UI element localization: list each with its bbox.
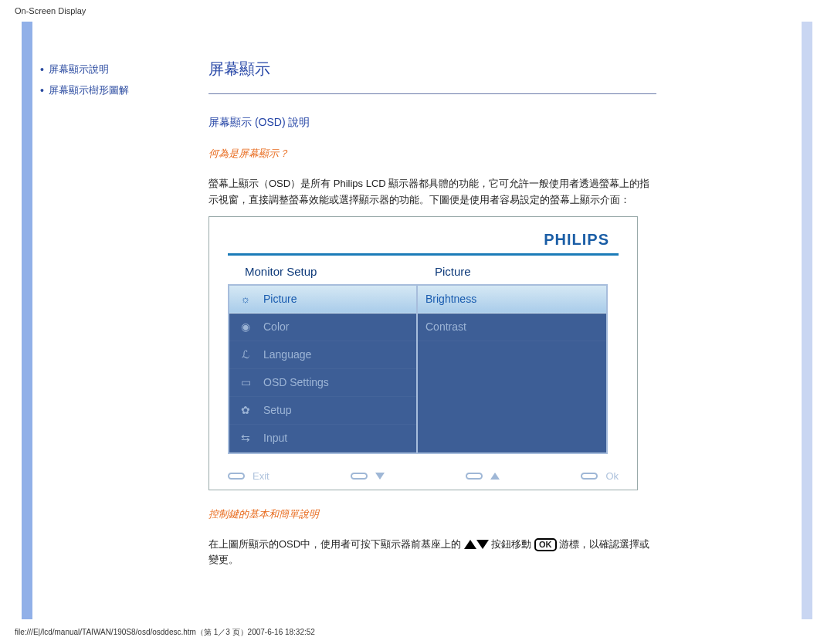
osd-item-label: Color — [263, 320, 289, 333]
osd-item-language[interactable]: ℒ Language — [229, 341, 416, 369]
osd-item-label: Language — [263, 348, 311, 361]
osd-item-label: OSD Settings — [263, 376, 329, 388]
osd-ok-button[interactable]: Ok — [581, 470, 619, 482]
sidebar-link-label: 屏幕顯示樹形圖解 — [49, 84, 129, 97]
paragraph: 在上圖所顯示的OSD中，使用者可按下顯示器前基座上的 按鈕移動 OK 游標，以確… — [208, 537, 656, 569]
osd-down-button[interactable] — [351, 473, 385, 480]
paragraph: 螢幕上顯示（OSD）是所有 Philips LCD 顯示器都具體的功能，它可允許… — [208, 176, 656, 208]
page-header: On-Screen Display — [15, 6, 86, 15]
osd-item-picture[interactable]: ☼ Picture — [229, 286, 416, 314]
triangle-up-icon — [464, 540, 476, 549]
screen-icon: ▭ — [237, 374, 254, 391]
right-accent-bar — [802, 22, 812, 619]
brightness-icon: ☼ — [237, 290, 254, 307]
pill-icon — [351, 473, 368, 480]
osd-exit-label: Exit — [253, 470, 270, 482]
pill-icon — [228, 473, 245, 480]
osd-item-osd-settings[interactable]: ▭ OSD Settings — [229, 369, 416, 397]
osd-right-panel: Picture Brightness Contrast — [418, 259, 608, 454]
divider — [208, 93, 656, 94]
osd-item-label: Contrast — [425, 320, 466, 333]
osd-item-label: Input — [263, 432, 287, 444]
bullet-icon: • — [40, 63, 44, 76]
text-run: 按鈕移動 — [491, 538, 534, 550]
osd-item-input[interactable]: ⇆ Input — [229, 425, 416, 452]
osd-item-brightness[interactable]: Brightness — [418, 286, 606, 314]
osd-item-label: Setup — [263, 404, 292, 416]
pill-icon — [466, 473, 483, 480]
osd-screenshot: PHILIPS Monitor Setup ☼ Picture ◉ Color — [208, 216, 638, 490]
left-accent-bar — [22, 22, 32, 619]
osd-item-label: Brightness — [425, 293, 476, 305]
osd-item-setup[interactable]: ✿ Setup — [229, 397, 416, 425]
file-path-footer: file:///E|/lcd/manual/TAIWAN/190S8/osd/o… — [15, 627, 315, 638]
osd-exit-button[interactable]: Exit — [228, 470, 270, 482]
osd-up-button[interactable] — [466, 473, 500, 480]
osd-item-color[interactable]: ◉ Color — [229, 314, 416, 341]
osd-right-box: Brightness Contrast — [418, 284, 608, 454]
input-icon: ⇆ — [237, 429, 254, 446]
sidebar-item-osd-tree[interactable]: • 屏幕顯示樹形圖解 — [40, 84, 173, 97]
main-content: 屏幕顯示 屏幕顯示 (OSD) 說明 何為是屏幕顯示？ 螢幕上顯示（OSD）是所… — [181, 22, 802, 619]
pill-icon — [581, 473, 598, 480]
triangle-down-icon — [375, 473, 385, 480]
osd-left-panel: Monitor Setup ☼ Picture ◉ Color ℒ Langua — [228, 259, 418, 454]
sidebar: • 屏幕顯示說明 • 屏幕顯示樹形圖解 — [32, 22, 181, 619]
osd-ok-label: Ok — [605, 470, 619, 482]
osd-bottom-bar: Exit Ok — [228, 470, 619, 482]
triangle-down-icon — [476, 540, 489, 549]
subsection-heading: 控制鍵的基本和簡單說明 — [208, 507, 771, 521]
section-heading: 屏幕顯示 (OSD) 說明 — [208, 116, 771, 130]
sidebar-item-osd-desc[interactable]: • 屏幕顯示說明 — [40, 63, 173, 76]
osd-left-box: ☼ Picture ◉ Color ℒ Language ▭ — [228, 284, 418, 454]
language-icon: ℒ — [237, 346, 254, 363]
osd-item-contrast[interactable]: Contrast — [418, 314, 606, 341]
osd-panels: Monitor Setup ☼ Picture ◉ Color ℒ Langua — [209, 256, 637, 454]
osd-right-title: Picture — [418, 259, 608, 284]
gear-icon: ✿ — [237, 402, 254, 419]
page-title: 屏幕顯示 — [208, 59, 771, 80]
osd-item-label: Picture — [263, 293, 297, 305]
sidebar-link-label: 屏幕顯示說明 — [49, 63, 109, 76]
osd-left-title: Monitor Setup — [228, 259, 418, 284]
bullet-icon: • — [40, 83, 44, 97]
triangle-up-icon — [490, 473, 500, 480]
subsection-heading: 何為是屏幕顯示？ — [208, 147, 771, 161]
philips-logo: PHILIPS — [209, 217, 637, 253]
globe-icon: ◉ — [237, 318, 254, 335]
page-frame: • 屏幕顯示說明 • 屏幕顯示樹形圖解 屏幕顯示 屏幕顯示 (OSD) 說明 何… — [22, 22, 812, 619]
text-run: 在上圖所顯示的OSD中，使用者可按下顯示器前基座上的 — [208, 538, 464, 550]
ok-box-icon: OK — [534, 538, 557, 551]
